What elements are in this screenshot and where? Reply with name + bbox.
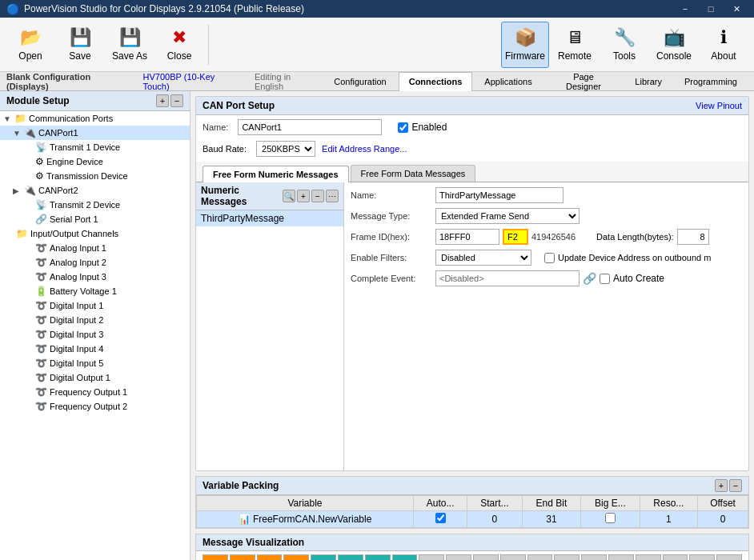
data-length-input[interactable] (677, 229, 709, 245)
save-label: Save (69, 50, 90, 62)
tree-digital5[interactable]: ➰ Digital Input 5 (0, 356, 190, 370)
mv-seg-1 (230, 554, 255, 560)
mv-seg-9 (446, 554, 471, 560)
tab-library[interactable]: Library (624, 72, 672, 91)
minimize-button[interactable]: − (674, 2, 696, 15)
vp-cell-start: 0 (467, 511, 522, 528)
save-as-label: Save As (112, 50, 147, 62)
auto-checkbox[interactable] (435, 513, 446, 523)
mv-seg-8 (419, 554, 444, 560)
tree-digital2[interactable]: ➰ Digital Input 2 (0, 313, 190, 327)
tree-digital3[interactable]: ➰ Digital Input 3 (0, 327, 190, 342)
toolbar-separator (208, 25, 209, 65)
enable-filters-label: Enable Filters: (351, 253, 431, 262)
data-length-label: Data Length(bytes): (596, 232, 674, 242)
auto-create-label: Auto Create (613, 273, 664, 284)
bigendian-checkbox[interactable] (605, 513, 616, 523)
console-button[interactable]: 📺 Console (650, 22, 698, 68)
remove-module-button[interactable]: − (170, 94, 183, 107)
io-icon: ➰ (35, 257, 47, 268)
save-icon: 💾 (70, 27, 91, 48)
tree-canport1[interactable]: ▼ 🔌 CANPort1 (0, 126, 190, 140)
tree-comm-ports[interactable]: ▼ 📁 Communication Ports (0, 111, 190, 126)
complete-event-input[interactable] (435, 270, 580, 286)
mv-seg-19 (716, 554, 742, 560)
tree-freqout2[interactable]: ➰ Frequency Output 2 (0, 399, 190, 414)
tree-label-transmit1: Transmit 1 Device (50, 142, 120, 152)
tree-digital1[interactable]: ➰ Digital Input 1 (0, 298, 190, 313)
name-input[interactable] (238, 119, 382, 135)
tab-connections[interactable]: Connections (399, 72, 473, 91)
tab-applications[interactable]: Applications (474, 72, 542, 91)
auto-create-checkbox[interactable] (600, 274, 610, 284)
tree-analog2[interactable]: ➰ Analog Input 2 (0, 255, 190, 270)
message-item-third-party[interactable]: ThirdPartyMessage (196, 210, 343, 226)
tree-label-canport2: CANPort2 (38, 186, 78, 195)
tab-free-form-data[interactable]: Free Form Data Messages (351, 165, 476, 182)
tree-digital4[interactable]: ➰ Digital Input 4 (0, 342, 190, 356)
close-doc-button[interactable]: ✖ Close (155, 22, 203, 68)
enable-filters-select[interactable]: Disabled Enabled (435, 250, 531, 266)
toggle-icon: ▼ (3, 114, 14, 123)
search-messages-button[interactable]: 🔍 (283, 190, 295, 202)
tab-programming[interactable]: Programming (674, 72, 748, 91)
tree-engine[interactable]: ⚙ Engine Device (0, 154, 190, 169)
edit-address-range-link[interactable]: Edit Address Range... (322, 144, 407, 154)
toggle-icon: ▼ (3, 230, 16, 238)
tree-transmit1[interactable]: 📡 Transmit 1 Device (0, 140, 190, 154)
tab-free-form-numeric[interactable]: Free Form Numeric Messages (203, 166, 349, 182)
tree-analog3[interactable]: ➰ Analog Input 3 (0, 270, 190, 284)
about-label: About (711, 50, 736, 62)
baud-rate-select[interactable]: 250KBPS 10KBPS20KBPS50KBPS 100KBPS125KBP… (256, 141, 315, 157)
def-name-input[interactable] (435, 187, 563, 203)
remote-icon: 🖥 (566, 27, 584, 48)
frame-id-hex-suffix-input[interactable] (503, 229, 528, 245)
mv-seg-15 (608, 554, 634, 560)
frame-id-decimal: 419426546 (531, 232, 576, 242)
more-message-button[interactable]: ⋯ (326, 190, 339, 202)
mv-seg-16 (636, 554, 661, 560)
vp-col-start: Start... (467, 496, 522, 511)
can-icon: 🔌 (24, 127, 36, 138)
close-button[interactable]: ✕ (725, 2, 748, 15)
tree-label-analog3: Analog Input 3 (50, 272, 106, 282)
tree-transmission[interactable]: ⚙ Transmission Device (0, 169, 190, 183)
add-message-button[interactable]: + (297, 190, 310, 202)
update-device-checkbox[interactable] (544, 253, 555, 263)
remove-message-button[interactable]: − (311, 190, 324, 202)
remote-button[interactable]: 🖥 Remote (551, 22, 599, 68)
open-button[interactable]: 📂 Open (6, 22, 54, 68)
mv-seg-14 (581, 554, 607, 560)
firmware-button[interactable]: 📦 Firmware (501, 22, 549, 68)
tree-battery[interactable]: 🔋 Battery Voltage 1 (0, 284, 190, 298)
maximize-button[interactable]: □ (700, 2, 722, 15)
view-pinout-link[interactable]: View Pinout (696, 101, 742, 110)
tools-button[interactable]: 🔧 Tools (600, 22, 648, 68)
add-module-button[interactable]: + (156, 94, 169, 107)
tree-freqout1[interactable]: ➰ Frequency Output 1 (0, 385, 190, 399)
tree-digout1[interactable]: ➰ Digital Output 1 (0, 370, 190, 385)
tree-transmit2[interactable]: 📡 Transmit 2 Device (0, 198, 190, 212)
tree-label-freqout1: Frequency Output 1 (50, 387, 127, 397)
remove-variable-button[interactable]: − (729, 479, 742, 492)
device-info[interactable]: HV700BP (10-Key Touch) (143, 72, 243, 91)
frame-id-hex-prefix-input[interactable] (435, 229, 499, 245)
add-variable-button[interactable]: + (715, 479, 728, 492)
firmware-icon: 📦 (515, 27, 536, 48)
complete-event-link-icon[interactable]: 🔗 (583, 272, 596, 285)
save-as-button[interactable]: 💾 Save As (106, 22, 154, 68)
tree-canport2[interactable]: ▶ 🔌 CANPort2 (0, 183, 190, 198)
vp-col-endbit: End Bit (522, 496, 581, 511)
msg-type-select[interactable]: Extended Frame Send Standard Frame Send … (435, 208, 580, 224)
tree-serial1[interactable]: 🔗 Serial Port 1 (0, 212, 190, 226)
tree-analog1[interactable]: ➰ Analog Input 1 (0, 241, 190, 255)
save-button[interactable]: 💾 Save (56, 22, 104, 68)
update-device-label: Update Device Address on outbound m (558, 253, 711, 262)
tree-io-channels[interactable]: ▼ 📁 Input/Output Channels (0, 226, 190, 241)
tab-page-designer[interactable]: Page Designer (544, 72, 624, 91)
about-button[interactable]: ℹ About (700, 22, 748, 68)
table-row[interactable]: 📊 FreeFormCAN.NewVariable 0 31 1 0 (197, 511, 748, 528)
enabled-checkbox[interactable] (398, 122, 408, 133)
tab-configuration[interactable]: Configuration (323, 72, 396, 91)
vp-col-offset: Offset (698, 496, 748, 511)
